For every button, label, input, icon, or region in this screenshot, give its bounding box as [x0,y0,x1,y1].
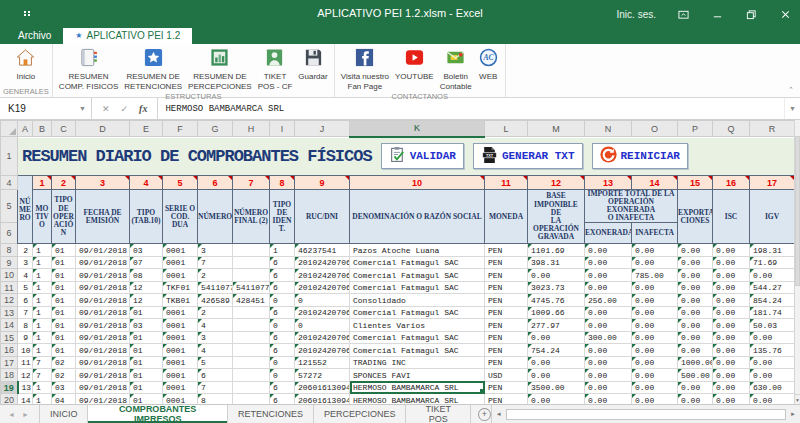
column-header-K[interactable]: K [350,121,485,137]
cell-M10[interactable]: 0.00 [528,269,585,282]
cell-P19[interactable]: 0.00 [678,381,713,394]
cell-J13[interactable]: 20102420706 [295,306,350,319]
cell-A20[interactable]: 14 [18,394,33,404]
cell-D17[interactable]: 09/01/2018 [76,356,130,369]
cell-F18[interactable]: 0001 [163,369,198,382]
cell-A10[interactable]: 4 [18,269,33,282]
cell-H13[interactable] [233,306,270,319]
row-header-10[interactable]: 10 [1,269,18,282]
cell-G10[interactable]: 2 [198,269,233,282]
sheet-tab-comprobantes-impresos[interactable]: COMPROBANTES IMPRESOS [88,405,228,423]
cell-H15[interactable] [233,331,270,344]
cell-M19[interactable]: 3500.00 [528,381,585,394]
cell-G12[interactable]: 426589 [198,294,233,307]
scroll-down-icon[interactable]: ▼ [795,394,800,404]
generar-txt-button[interactable]: TXTGENERAR TXT [473,143,583,169]
cell-L11[interactable]: PEN [485,281,528,294]
sign-in-label[interactable]: Inic. ses. [617,9,656,20]
cell-J8[interactable]: 46237541 [295,244,350,257]
cell-K13[interactable]: Comercial Fatmagul SAC [350,306,485,319]
cell-B10[interactable]: 1 [33,269,52,282]
cell-J10[interactable]: 20102420706 [295,269,350,282]
cell-K10[interactable]: Comercial Fatmagul SAC [350,269,485,282]
cell-F13[interactable]: 0001 [163,306,198,319]
cell-D8[interactable]: 09/01/2018 [76,244,130,257]
cell-O13[interactable]: 0.00 [632,306,678,319]
column-header-Q[interactable]: Q [713,121,750,137]
column-header-L[interactable]: L [485,121,528,137]
row-header-1[interactable]: 1 [1,137,18,176]
minimize-icon[interactable] [710,7,724,21]
cell-N14[interactable]: 0.00 [585,319,632,332]
cell-P18[interactable]: 500.00 [678,369,713,382]
sheet-nav-right-icon[interactable]: ► [22,411,29,418]
ribbon-button-resumen-de-percepciones[interactable]: RESUMEN DE PERCEPCIONES [185,45,255,91]
cell-G15[interactable]: 3 [198,331,233,344]
cell-I11[interactable]: 6 [270,281,295,294]
cell-A17[interactable]: 11 [18,356,33,369]
cell-K11[interactable]: Comercial Fatmagul SAC [350,281,485,294]
cell-D19[interactable]: 09/01/2018 [76,381,130,394]
cell-E18[interactable]: 01 [130,369,163,382]
cell-P10[interactable]: 0.00 [678,269,713,282]
validar-button[interactable]: VALIDAR [381,143,464,169]
cell-H8[interactable] [233,244,270,257]
cell-M16[interactable]: 754.24 [528,344,585,357]
cell-F10[interactable]: 0001 [163,269,198,282]
ribbon-button-inicio[interactable]: Inicio [12,45,39,82]
cell-H17[interactable] [233,356,270,369]
scroll-left-icon[interactable]: ◄ [494,411,504,417]
row-header-16[interactable]: 16 [1,344,18,357]
cell-R11[interactable]: 544.27 [750,281,795,294]
cell-Q10[interactable]: 0.00 [713,269,750,282]
cell-F19[interactable]: 0001 [163,381,198,394]
collapse-ribbon-icon[interactable]: ⌃ [787,86,795,94]
cell-K9[interactable]: Comercial Fatmagul SAC [350,256,485,269]
cell-C10[interactable]: 01 [52,269,76,282]
cell-G17[interactable]: 5 [198,356,233,369]
cell-R19[interactable]: 630.00 [750,381,795,394]
cell-H19[interactable] [233,381,270,394]
cell-R20[interactable]: 0.00 [750,394,795,404]
cell-E14[interactable]: 03 [130,319,163,332]
cell-F9[interactable]: 0001 [163,256,198,269]
cell-N16[interactable]: 0.00 [585,344,632,357]
cell-I20[interactable]: 6 [270,394,295,404]
cell-B20[interactable]: 1 [33,394,52,404]
cell-R17[interactable]: 0.00 [750,356,795,369]
cell-I12[interactable]: 0 [270,294,295,307]
column-header-O[interactable]: O [632,121,678,137]
cell-B15[interactable]: 1 [33,331,52,344]
cell-F20[interactable]: 0001 [163,394,198,404]
cell-C9[interactable]: 01 [52,256,76,269]
select-all-corner[interactable] [1,121,18,137]
cell-J18[interactable]: 57272 [295,369,350,382]
cell-P15[interactable]: 0.00 [678,331,713,344]
cell-Q18[interactable]: 0.00 [713,369,750,382]
scroll-right-icon[interactable]: ► [788,411,798,417]
cell-R13[interactable]: 181.74 [750,306,795,319]
cell-L20[interactable]: PEN [485,394,528,404]
cell-F16[interactable]: 0001 [163,344,198,357]
cell-G18[interactable]: 6 [198,369,233,382]
cell-H9[interactable] [233,256,270,269]
cell-A19[interactable]: 13 [18,381,33,394]
cell-H14[interactable] [233,319,270,332]
cell-K14[interactable]: Clientes Varios [350,319,485,332]
cell-D13[interactable]: 09/01/2018 [76,306,130,319]
cell-E19[interactable]: 01 [130,381,163,394]
cell-A13[interactable]: 7 [18,306,33,319]
cell-A16[interactable]: 10 [18,344,33,357]
row-header-13[interactable]: 13 [1,306,18,319]
sheet-tab-inicio[interactable]: INICIO [39,405,89,423]
column-header-C[interactable]: C [52,121,76,137]
column-header-H[interactable]: H [233,121,270,137]
row-header-12[interactable]: 12 [1,294,18,307]
cell-O15[interactable]: 0.00 [632,331,678,344]
cell-J17[interactable]: 121552 [295,356,350,369]
cell-B11[interactable]: 1 [33,281,52,294]
column-header-M[interactable]: M [528,121,585,137]
ribbon-button-boletin-contable[interactable]: Boletin Contable [437,45,475,91]
row-header-4[interactable]: 4 [1,176,18,190]
cell-D18[interactable]: 09/01/2018 [76,369,130,382]
